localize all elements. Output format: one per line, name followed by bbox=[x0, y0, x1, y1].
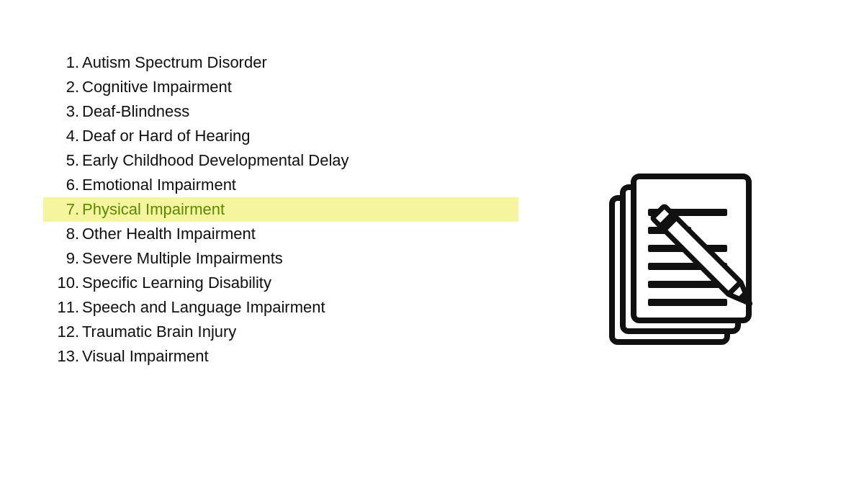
disability-list-section: 1.Autism Spectrum Disorder2.Cognitive Im… bbox=[43, 50, 547, 475]
list-item: 5.Early Childhood Developmental Delay bbox=[43, 148, 518, 173]
document-pencil-icon bbox=[569, 155, 799, 385]
list-item: 4.Deaf or Hard of Hearing bbox=[43, 124, 518, 148]
icon-section bbox=[547, 50, 821, 475]
list-item-label: Deaf or Hard of Hearing bbox=[82, 127, 251, 145]
list-item: 2.Cognitive Impairment bbox=[43, 75, 518, 99]
list-item-number: 9. bbox=[43, 249, 79, 268]
disability-list: 1.Autism Spectrum Disorder2.Cognitive Im… bbox=[43, 50, 518, 369]
list-item-label: Traumatic Brain Injury bbox=[82, 323, 236, 341]
list-item-number: 10. bbox=[43, 274, 79, 292]
list-item-number: 8. bbox=[43, 225, 79, 243]
list-item: 1.Autism Spectrum Disorder bbox=[43, 50, 518, 75]
list-item-number: 5. bbox=[43, 151, 79, 170]
list-item-label: Deaf-Blindness bbox=[82, 102, 189, 121]
page-container: 1.Autism Spectrum Disorder2.Cognitive Im… bbox=[0, 0, 864, 504]
content-area: 1.Autism Spectrum Disorder2.Cognitive Im… bbox=[43, 50, 821, 475]
list-item: 11.Speech and Language Impairment bbox=[43, 295, 518, 320]
list-item: 12.Traumatic Brain Injury bbox=[43, 320, 518, 344]
list-item-label: Early Childhood Developmental Delay bbox=[82, 151, 349, 170]
list-item-label: Speech and Language Impairment bbox=[82, 298, 325, 317]
list-item-number: 3. bbox=[43, 102, 79, 121]
list-item-label: Physical Impairment bbox=[82, 200, 225, 219]
list-item: 9.Severe Multiple Impairments bbox=[43, 246, 518, 271]
list-item-number: 7. bbox=[43, 200, 79, 219]
list-item: 13.Visual Impairment bbox=[43, 344, 518, 369]
list-item: 8.Other Health Impairment bbox=[43, 222, 518, 246]
list-item-label: Other Health Impairment bbox=[82, 225, 256, 243]
list-item: 10.Specific Learning Disability bbox=[43, 271, 518, 295]
list-item: 6.Emotional Impairment bbox=[43, 173, 518, 197]
svg-rect-9 bbox=[648, 299, 727, 306]
list-item-number: 11. bbox=[43, 298, 79, 317]
list-item-number: 2. bbox=[43, 78, 79, 96]
list-item-label: Autism Spectrum Disorder bbox=[82, 53, 267, 72]
list-item-label: Cognitive Impairment bbox=[82, 78, 232, 96]
list-item-number: 1. bbox=[43, 53, 79, 72]
list-item-label: Emotional Impairment bbox=[82, 176, 236, 194]
list-item-number: 6. bbox=[43, 176, 79, 194]
list-item-number: 12. bbox=[43, 323, 79, 341]
list-item-label: Visual Impairment bbox=[82, 347, 209, 366]
list-item: 7.Physical Impairment bbox=[43, 197, 518, 222]
list-item-number: 13. bbox=[43, 347, 79, 366]
list-item: 3.Deaf-Blindness bbox=[43, 99, 518, 124]
list-item-number: 4. bbox=[43, 127, 79, 145]
list-item-label: Specific Learning Disability bbox=[82, 274, 271, 292]
list-item-label: Severe Multiple Impairments bbox=[82, 249, 283, 268]
